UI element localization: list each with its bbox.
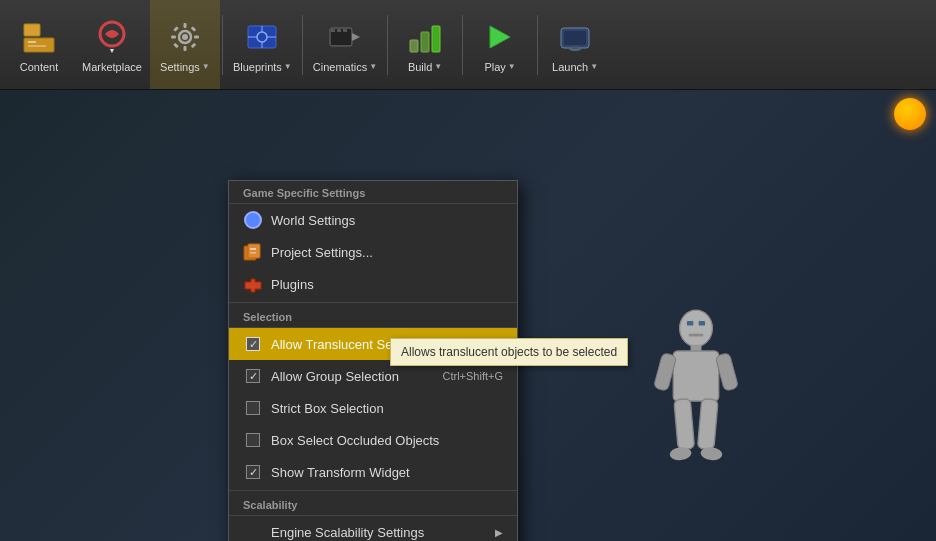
translucent-checkbox bbox=[243, 334, 263, 354]
svg-rect-0 bbox=[24, 24, 40, 36]
svg-rect-11 bbox=[194, 35, 199, 38]
svg-rect-25 bbox=[331, 29, 335, 32]
svg-rect-51 bbox=[250, 252, 256, 254]
plugins-icon bbox=[243, 274, 263, 294]
engine-scalability-arrow: ▶ bbox=[495, 527, 503, 538]
tooltip-text: Allows translucent objects to be selecte… bbox=[401, 345, 617, 359]
build-icon bbox=[405, 17, 445, 57]
main-area: Game Specific Settings World Settings Pr… bbox=[0, 90, 936, 541]
divider-1 bbox=[229, 302, 517, 303]
svg-rect-14 bbox=[173, 42, 179, 48]
launch-arrow: ▼ bbox=[590, 62, 598, 71]
svg-rect-27 bbox=[343, 29, 347, 32]
play-arrow: ▼ bbox=[508, 62, 516, 71]
svg-rect-50 bbox=[250, 248, 256, 250]
svg-rect-49 bbox=[248, 244, 260, 258]
settings-icon bbox=[165, 17, 205, 57]
content-label: Content bbox=[20, 61, 59, 73]
main-toolbar: Content ▼ Marketplace bbox=[0, 0, 936, 90]
robot-figure bbox=[636, 301, 756, 501]
orange-circle bbox=[894, 98, 926, 130]
marketplace-label: Marketplace bbox=[82, 61, 142, 73]
box-select-occluded-label: Box Select Occluded Objects bbox=[271, 433, 503, 448]
svg-rect-2 bbox=[28, 41, 36, 43]
allow-group-label: Allow Group Selection bbox=[271, 369, 434, 384]
settings-dropdown-arrow: ▼ bbox=[202, 62, 210, 71]
svg-rect-41 bbox=[674, 399, 695, 450]
toolbar-sep-3 bbox=[387, 15, 388, 75]
divider-2 bbox=[229, 490, 517, 491]
project-settings-label: Project Settings... bbox=[271, 245, 503, 260]
group-checkbox bbox=[243, 366, 263, 386]
transform-checkbox bbox=[243, 462, 263, 482]
launch-icon bbox=[555, 17, 595, 57]
toolbar-build[interactable]: Build ▼ bbox=[390, 0, 460, 89]
show-transform-label: Show Transform Widget bbox=[271, 465, 503, 480]
group-shortcut: Ctrl+Shift+G bbox=[442, 370, 503, 382]
svg-rect-15 bbox=[191, 42, 197, 48]
engine-scalability-icon bbox=[243, 522, 263, 541]
svg-rect-9 bbox=[183, 46, 186, 51]
svg-rect-33 bbox=[564, 31, 586, 45]
svg-rect-30 bbox=[432, 26, 440, 52]
svg-rect-28 bbox=[410, 40, 418, 52]
menu-item-world-settings[interactable]: World Settings bbox=[229, 204, 517, 236]
svg-rect-12 bbox=[173, 26, 179, 32]
svg-rect-8 bbox=[183, 23, 186, 28]
plugins-label: Plugins bbox=[271, 277, 503, 292]
svg-text:▼: ▼ bbox=[108, 47, 115, 54]
svg-rect-29 bbox=[421, 32, 429, 52]
toolbar-marketplace[interactable]: ▼ Marketplace bbox=[74, 0, 150, 89]
svg-rect-26 bbox=[337, 29, 341, 32]
world-settings-label: World Settings bbox=[271, 213, 503, 228]
strict-box-label: Strict Box Selection bbox=[271, 401, 503, 416]
toolbar-sep-2 bbox=[302, 15, 303, 75]
menu-item-project-settings[interactable]: Project Settings... bbox=[229, 236, 517, 268]
svg-rect-10 bbox=[171, 35, 176, 38]
svg-point-36 bbox=[680, 310, 713, 346]
toolbar-blueprints[interactable]: Blueprints ▼ bbox=[225, 0, 300, 89]
cinematics-icon bbox=[325, 17, 365, 57]
section-header-scalability: Scalability bbox=[229, 493, 517, 516]
toolbar-content[interactable]: Content bbox=[4, 0, 74, 89]
toolbar-sep-4 bbox=[462, 15, 463, 75]
blueprints-arrow: ▼ bbox=[284, 62, 292, 71]
build-arrow: ▼ bbox=[434, 62, 442, 71]
toolbar-play[interactable]: Play ▼ bbox=[465, 0, 535, 89]
blueprints-label: Blueprints bbox=[233, 61, 282, 73]
toolbar-sep-1 bbox=[222, 15, 223, 75]
svg-marker-31 bbox=[490, 26, 510, 48]
section-header-game-specific: Game Specific Settings bbox=[229, 181, 517, 204]
menu-item-plugins[interactable]: Plugins bbox=[229, 268, 517, 300]
svg-rect-13 bbox=[191, 26, 197, 32]
svg-rect-3 bbox=[28, 45, 46, 47]
svg-rect-38 bbox=[673, 351, 718, 401]
toolbar-cinematics[interactable]: Cinematics ▼ bbox=[305, 0, 385, 89]
settings-label: Settings bbox=[160, 61, 200, 73]
menu-item-show-transform[interactable]: Show Transform Widget bbox=[229, 456, 517, 488]
blueprints-icon bbox=[242, 17, 282, 57]
toolbar-settings[interactable]: Settings ▼ bbox=[150, 0, 220, 89]
play-label: Play bbox=[484, 61, 505, 73]
section-header-selection: Selection bbox=[229, 305, 517, 328]
strict-box-checkbox bbox=[243, 398, 263, 418]
toolbar-launch[interactable]: Launch ▼ bbox=[540, 0, 610, 89]
svg-rect-42 bbox=[697, 399, 718, 450]
menu-item-box-select-occluded[interactable]: Box Select Occluded Objects bbox=[229, 424, 517, 456]
project-settings-icon bbox=[243, 242, 263, 262]
marketplace-icon: ▼ bbox=[92, 17, 132, 57]
toolbar-sep-5 bbox=[537, 15, 538, 75]
content-icon bbox=[19, 17, 59, 57]
cinematics-label: Cinematics bbox=[313, 61, 367, 73]
build-label: Build bbox=[408, 61, 432, 73]
svg-rect-45 bbox=[687, 321, 693, 326]
cinematics-arrow: ▼ bbox=[369, 62, 377, 71]
menu-item-engine-scalability[interactable]: Engine Scalability Settings ▶ bbox=[229, 516, 517, 541]
svg-point-7 bbox=[182, 34, 188, 40]
tooltip: Allows translucent objects to be selecte… bbox=[390, 338, 628, 366]
svg-rect-35 bbox=[572, 46, 578, 49]
menu-item-strict-box[interactable]: Strict Box Selection bbox=[229, 392, 517, 424]
occluded-checkbox bbox=[243, 430, 263, 450]
play-icon bbox=[480, 17, 520, 57]
svg-marker-24 bbox=[352, 33, 360, 41]
